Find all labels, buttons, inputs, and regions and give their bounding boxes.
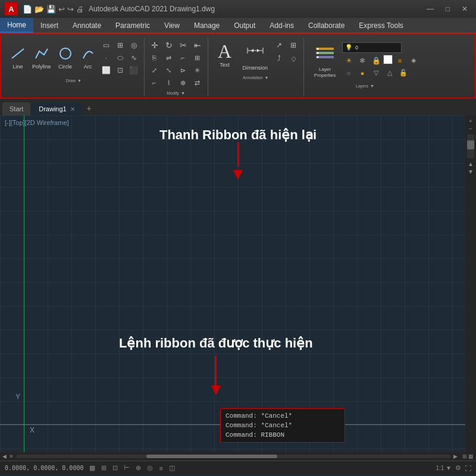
mleader-tool[interactable]: ⤴ bbox=[273, 52, 286, 64]
rotate-tool[interactable]: ↻ bbox=[162, 39, 176, 51]
dimension-tool[interactable]: Dimension bbox=[239, 39, 272, 73]
menu-view[interactable]: View bbox=[157, 18, 187, 33]
menu-express-tools[interactable]: Express Tools bbox=[352, 18, 410, 33]
trim-tool[interactable]: ✂ bbox=[177, 39, 190, 51]
wipeout-tool[interactable]: ⬛ bbox=[127, 64, 140, 76]
transparency-toggle[interactable]: ◫ bbox=[169, 464, 175, 472]
zoom-in-icon[interactable]: + bbox=[469, 118, 472, 124]
reverse-tool[interactable]: ⇄ bbox=[191, 77, 204, 89]
layer-unlock-icon[interactable]: 🔓 bbox=[397, 67, 410, 79]
scroll-center-icon[interactable]: ✕ bbox=[9, 453, 14, 459]
menu-insert[interactable]: Insert bbox=[33, 18, 65, 33]
undo-icon[interactable]: ↩ bbox=[58, 5, 65, 14]
mirror-tool[interactable]: ⇌ bbox=[162, 52, 176, 64]
snap-toggle[interactable]: ⊡ bbox=[112, 464, 118, 472]
tab-add-button[interactable]: + bbox=[83, 102, 95, 114]
chamfer-tool[interactable]: ⌐ bbox=[148, 77, 161, 89]
zoom-out-icon[interactable]: − bbox=[469, 126, 472, 132]
vertical-scroll-track[interactable] bbox=[467, 134, 474, 158]
gradient-tool[interactable]: ◎ bbox=[127, 39, 140, 51]
menu-parametric[interactable]: Parametric bbox=[108, 18, 157, 33]
circle-tool[interactable]: Circle bbox=[55, 45, 76, 71]
draw-group-label[interactable]: Draw ▼ bbox=[64, 77, 84, 84]
close-button[interactable]: ✕ bbox=[458, 4, 471, 14]
model-space-icon[interactable]: ▦ bbox=[89, 464, 95, 472]
ellipse-tool[interactable]: ⬭ bbox=[114, 52, 127, 64]
minimize-button[interactable]: — bbox=[423, 4, 437, 14]
fullscreen-icon[interactable]: ⛶ bbox=[465, 465, 471, 472]
leader-tool[interactable]: ↗ bbox=[273, 39, 286, 51]
view-icon-1[interactable]: ⊞ bbox=[462, 453, 467, 459]
stretch-tool[interactable]: ⤡ bbox=[162, 64, 176, 76]
pedit-tool[interactable]: ⌇ bbox=[162, 77, 176, 89]
menu-collaborate[interactable]: Collaborate bbox=[301, 18, 352, 33]
table-tool[interactable]: ⊞ bbox=[287, 39, 300, 51]
open-icon[interactable]: 📂 bbox=[35, 5, 44, 14]
polar-toggle[interactable]: ⊕ bbox=[136, 464, 141, 472]
fillet-tool[interactable]: ⌐ bbox=[177, 52, 190, 64]
scale-tool[interactable]: ⤢ bbox=[148, 64, 161, 76]
layer-thaw-icon[interactable]: △ bbox=[383, 67, 396, 79]
spline-tool[interactable]: ∿ bbox=[127, 52, 140, 64]
menu-home[interactable]: Home bbox=[0, 18, 33, 33]
layer-state-icon[interactable]: ☀ bbox=[342, 55, 355, 67]
layer-isolate-icon[interactable]: ◈ bbox=[407, 55, 420, 67]
region-tool[interactable]: ⬜ bbox=[100, 64, 113, 76]
layer-match-icon[interactable]: ≡ bbox=[393, 55, 406, 67]
drawing-area[interactable]: [-][Top][2D Wireframe] Y X Thanh Ribbon … bbox=[0, 115, 476, 461]
annotscale-button[interactable]: 1:1 ▼ bbox=[436, 465, 452, 471]
layer-lock-icon[interactable]: 🔒 bbox=[369, 55, 383, 67]
offset-tool[interactable]: ⊳ bbox=[177, 64, 190, 76]
layer-color-icon[interactable] bbox=[383, 55, 393, 64]
scroll-right-button[interactable]: ▶ bbox=[453, 453, 458, 459]
join-tool[interactable]: ⊕ bbox=[177, 77, 190, 89]
scroll-down-button[interactable]: ▼ bbox=[468, 168, 474, 175]
lineweight-toggle[interactable]: ≡ bbox=[159, 465, 162, 472]
menu-annotate[interactable]: Annotate bbox=[65, 18, 108, 33]
print-icon[interactable]: 🖨 bbox=[76, 5, 84, 14]
osnap-toggle[interactable]: ◎ bbox=[147, 464, 153, 472]
tab-drawing1[interactable]: Drawing1 ✕ bbox=[32, 102, 82, 115]
scroll-thumb[interactable] bbox=[146, 455, 277, 458]
arc-tool[interactable]: Arc bbox=[77, 45, 99, 71]
line-tool[interactable]: Line bbox=[7, 45, 29, 71]
menu-output[interactable]: Output bbox=[227, 18, 262, 33]
horizontal-scrollbar[interactable]: ◀ ✕ ▶ ⊞ ▦ bbox=[0, 452, 476, 461]
scroll-track[interactable] bbox=[16, 455, 451, 458]
new-icon[interactable]: 📄 bbox=[23, 5, 32, 14]
scroll-left-button[interactable]: ◀ bbox=[2, 453, 7, 459]
hatch-tool[interactable]: ⊞ bbox=[114, 39, 127, 51]
explode-tool[interactable]: ✳ bbox=[191, 64, 204, 76]
tab-close-icon[interactable]: ✕ bbox=[70, 106, 75, 112]
scroll-up-button[interactable]: ▲ bbox=[468, 161, 474, 167]
layer-on-icon[interactable]: ● bbox=[356, 67, 369, 79]
ortho-toggle[interactable]: ⊢ bbox=[124, 464, 130, 472]
text-tool[interactable]: A Text bbox=[212, 39, 238, 70]
annotscale-tool[interactable]: ⍜ bbox=[287, 52, 300, 64]
layer-freeze-icon[interactable]: ❄ bbox=[356, 55, 369, 67]
vertical-scroll-thumb[interactable] bbox=[467, 140, 474, 149]
boundary-tool[interactable]: ⊡ bbox=[114, 64, 127, 76]
layer-off-icon[interactable]: ○ bbox=[342, 67, 355, 79]
workspace-icon[interactable]: ⚙ bbox=[455, 464, 461, 472]
annotation-group-label[interactable]: Annotation ▼ bbox=[240, 74, 271, 81]
modify-group-label[interactable]: Modify ▼ bbox=[164, 90, 187, 96]
redo-icon[interactable]: ↪ bbox=[67, 5, 74, 14]
grid-toggle[interactable]: ⊞ bbox=[101, 464, 107, 472]
array-tool[interactable]: ⊞ bbox=[191, 52, 204, 64]
view-icon-2[interactable]: ▦ bbox=[468, 453, 474, 459]
copy-tool[interactable]: ⎘ bbox=[148, 52, 161, 64]
extend-tool[interactable]: ⇤ bbox=[191, 39, 204, 51]
layer-properties-tool[interactable]: LayerProperties bbox=[310, 40, 340, 80]
save-icon[interactable]: 💾 bbox=[46, 5, 56, 14]
menu-manage[interactable]: Manage bbox=[187, 18, 227, 33]
polyline-tool[interactable]: Polyline bbox=[30, 45, 54, 71]
rectangle-tool[interactable]: ▭ bbox=[100, 39, 113, 51]
layers-group-label[interactable]: Layers ▼ bbox=[353, 83, 377, 89]
menu-addins[interactable]: Add-ins bbox=[262, 18, 301, 33]
move-tool[interactable]: ✛ bbox=[148, 39, 161, 51]
layer-freeze-vp-icon[interactable]: ▽ bbox=[369, 67, 383, 79]
maximize-button[interactable]: □ bbox=[442, 4, 453, 14]
tab-start[interactable]: Start bbox=[2, 102, 30, 115]
point-tool[interactable]: · bbox=[100, 52, 113, 64]
